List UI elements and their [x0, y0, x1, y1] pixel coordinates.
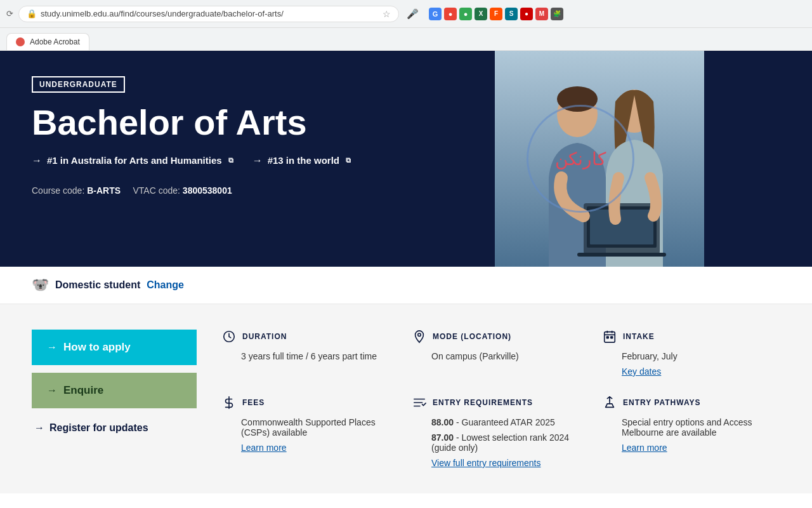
register-label: Register for updates — [49, 422, 148, 434]
svg-rect-10 — [605, 332, 615, 343]
dollar-icon — [222, 396, 236, 410]
ranking-world[interactable]: → #13 in the world ⧉ — [252, 155, 351, 166]
fees-learn-more-link[interactable]: Learn more — [241, 443, 387, 453]
arrow-icon-2: → — [252, 155, 263, 166]
fees-label: FEES — [242, 398, 265, 407]
intake-header: INTAKE — [603, 330, 780, 344]
undergraduate-badge: UNDERGRADUATE — [32, 76, 125, 93]
hero-content: UNDERGRADUATE Bachelor of Arts → #1 in A… — [0, 51, 495, 267]
svg-rect-6 — [577, 253, 666, 257]
mode-section: MODE (LOCATION) On campus (Parkville) — [412, 330, 577, 377]
url-text: study.unimelb.edu.au/find/courses/underg… — [41, 9, 284, 18]
intake-label: INTAKE — [623, 332, 655, 341]
mode-value: On campus (Parkville) — [431, 351, 577, 361]
hero-codes: Course code: B-ARTS VTAC code: 380053800… — [32, 185, 463, 196]
svg-rect-7 — [590, 210, 653, 244]
change-student-type-link[interactable]: Change — [147, 279, 184, 291]
intake-value: February, July — [622, 351, 780, 361]
bookmark-icon[interactable]: ☆ — [383, 9, 391, 19]
hero-rankings: → #1 in Australia for Arts and Humanitie… — [32, 155, 463, 166]
rank-2024-item: 87.00 - Lowest selection rank 2024 (guid… — [431, 432, 577, 453]
pathways-learn-more-link[interactable]: Learn more — [622, 443, 780, 453]
external-link-icon-2: ⧉ — [346, 156, 351, 164]
mic-off-icon[interactable]: 🎤 — [407, 8, 419, 20]
mode-header: MODE (LOCATION) — [412, 330, 577, 344]
excel-ext[interactable]: X — [475, 8, 487, 20]
lock-icon: 🔒 — [27, 9, 37, 18]
tab-label: Adobe Acrobat — [30, 37, 80, 46]
external-link-icon-1: ⧉ — [228, 156, 233, 164]
calendar-icon — [603, 330, 617, 344]
svg-rect-14 — [606, 337, 608, 338]
full-entry-req-link[interactable]: View full entry requirements — [431, 458, 577, 468]
ext-2[interactable]: ● — [459, 8, 472, 20]
how-to-apply-button[interactable]: → How to apply — [32, 330, 197, 365]
course-code-label: Course code: — [32, 185, 84, 196]
ext-1[interactable]: ● — [444, 8, 457, 20]
duration-label: DURATION — [242, 332, 287, 341]
enquire-label: Enquire — [63, 384, 103, 397]
active-tab[interactable]: Adobe Acrobat — [6, 33, 89, 50]
course-code-value: B-ARTS — [87, 185, 121, 196]
duration-section: DURATION 3 years full time / 6 years par… — [222, 330, 387, 377]
atar-2025-label: - Guaranteed ATAR 2025 — [456, 417, 555, 427]
intake-section: INTAKE February, July Key dates — [603, 330, 780, 377]
browser-actions: 🎤 — [407, 8, 419, 20]
how-to-apply-arrow: → — [47, 342, 57, 353]
entry-req-label: ENTRY REQUIREMENTS — [433, 398, 533, 407]
watermark-text: کارنکن — [555, 149, 606, 170]
how-to-apply-label: How to apply — [63, 341, 131, 354]
cta-section: → How to apply → Enquire → Register for … — [32, 330, 197, 468]
ext-4[interactable]: S — [505, 8, 518, 20]
page-title: Bachelor of Arts — [32, 103, 463, 142]
register-updates-button[interactable]: → Register for updates — [32, 416, 197, 440]
browser-extensions: G ● ● X F S ● M 🧩 — [429, 8, 563, 20]
student-bar: 🐨 Domestic student Change — [0, 267, 812, 304]
ext-puzzle[interactable]: 🧩 — [551, 8, 563, 20]
ext-5[interactable]: ● — [520, 8, 533, 20]
hero-banner: UNDERGRADUATE Bachelor of Arts → #1 in A… — [0, 51, 812, 267]
student-type-label: Domestic student — [55, 279, 140, 291]
tabs-bar: Adobe Acrobat — [0, 28, 812, 51]
tab-favicon — [16, 37, 25, 46]
entry-pathways-section: ENTRY PATHWAYS Special entry options and… — [603, 396, 780, 468]
duration-value: 3 years full time / 6 years part time — [241, 351, 387, 361]
atar-2025-item: 88.00 - Guaranteed ATAR 2025 — [431, 417, 577, 427]
ranking-australia[interactable]: → #1 in Australia for Arts and Humanitie… — [32, 155, 233, 166]
vtac-code-value: 3800538001 — [183, 185, 232, 196]
address-bar[interactable]: 🔒 study.unimelb.edu.au/find/courses/unde… — [18, 6, 399, 22]
enquire-arrow: → — [47, 385, 57, 396]
ext-3[interactable]: F — [490, 8, 502, 20]
clock-icon — [222, 330, 236, 344]
watermark-circle: کارنکن — [527, 105, 634, 213]
australia-flag-icon: 🐨 — [32, 277, 49, 293]
ranking-australia-text: #1 in Australia for Arts and Humanities — [47, 155, 222, 166]
fees-section: FEES Commonwealth Supported Places (CSPs… — [222, 396, 387, 468]
rank-2024-score: 87.00 — [431, 432, 454, 443]
atar-2025-score: 88.00 — [431, 417, 454, 427]
key-dates-link[interactable]: Key dates — [622, 366, 780, 377]
fees-header: FEES — [222, 396, 387, 410]
vtac-label: VTAC code: — [133, 185, 180, 196]
entry-req-header: ENTRY REQUIREMENTS — [412, 396, 577, 410]
ranking-world-text: #13 in the world — [268, 155, 339, 166]
arrow-icon-1: → — [32, 155, 42, 166]
register-arrow: → — [34, 422, 44, 434]
fees-value: Commonwealth Supported Places (CSPs) ava… — [241, 417, 387, 438]
entry-pathways-label: ENTRY PATHWAYS — [623, 398, 700, 407]
entry-requirements-section: ENTRY REQUIREMENTS 88.00 - Guaranteed AT… — [412, 396, 577, 468]
ext-6[interactable]: M — [535, 8, 548, 20]
info-grid: DURATION 3 years full time / 6 years par… — [0, 304, 812, 493]
svg-rect-15 — [611, 337, 613, 338]
google-translate-ext[interactable]: G — [429, 8, 442, 20]
location-icon — [412, 330, 426, 344]
mode-label: MODE (LOCATION) — [433, 332, 511, 341]
browser-chrome: ⟳ 🔒 study.unimelb.edu.au/find/courses/un… — [0, 0, 812, 28]
browser-reload-icon[interactable]: ⟳ — [6, 9, 13, 18]
entry-pathways-value: Special entry options and Access Melbour… — [622, 417, 780, 438]
entry-req-icon — [412, 396, 426, 410]
entry-pathways-header: ENTRY PATHWAYS — [603, 396, 780, 410]
pathways-icon — [603, 396, 617, 410]
enquire-button[interactable]: → Enquire — [32, 373, 197, 408]
svg-point-9 — [418, 333, 421, 337]
